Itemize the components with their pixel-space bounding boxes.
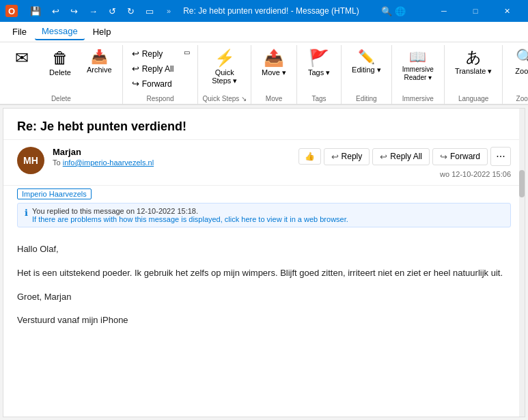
reply-icon: ↩ — [132, 48, 139, 59]
titlebar: O 💾 ↩ ↪ → ↺ ↻ ▭ » Re: Je hebt punten ver… — [0, 0, 528, 22]
quick-steps-button[interactable]: ⚡ QuickSteps ▾ — [206, 46, 243, 89]
more-actions-button[interactable]: ··· — [490, 147, 511, 166]
action-buttons-row: 👍 ↩ Reply ↩ Reply All ↩ Forward — [298, 147, 511, 166]
reply-action-label: Reply — [342, 152, 363, 161]
reply-action-icon: ↩ — [331, 152, 339, 162]
translate-icon: あ — [466, 50, 482, 65]
avatar: MH — [17, 147, 44, 174]
zoom-label: Zoom — [515, 67, 528, 75]
editing-items: ✏️ Editing ▾ — [346, 46, 387, 94]
email-meta: Marjan To info@imperio-haarvezels.nl — [53, 147, 290, 167]
zoom-group-label: Zoom — [507, 94, 528, 104]
avatar-initials: MH — [23, 155, 38, 166]
scrollbar-thumb[interactable] — [519, 170, 525, 197]
ribbon-group-delete: ✉ 🗑 Delete 📥 Archive Delete — [0, 45, 123, 104]
email-icon: ✉ — [15, 50, 29, 66]
reply-all-icon: ↩ — [132, 64, 139, 74]
zoom-items: 🔍 Zoom — [507, 46, 528, 94]
refresh-icon[interactable]: ↻ — [124, 5, 137, 18]
editing-button[interactable]: ✏️ Editing ▾ — [346, 46, 387, 78]
menu-message[interactable]: Message — [35, 23, 85, 40]
ribbon-group-editing: ✏️ Editing ▾ Editing — [342, 45, 392, 104]
body-footer: Verstuurd vanaf mijn iPhone — [17, 313, 511, 328]
quick-access-toolbar: 💾 ↩ ↪ → ↺ ↻ ▭ » — [22, 5, 179, 18]
save-icon[interactable]: 💾 — [27, 5, 44, 18]
forward-action-label: Forward — [450, 152, 480, 161]
immersive-button[interactable]: 📖 ImmersiveReader ▾ — [396, 46, 440, 85]
email-subject: Re: Je hebt punten verdiend! — [3, 109, 525, 140]
more-icon: ▭ — [184, 48, 190, 56]
body-paragraph: Het is een uitstekend poeder. Ik gebruik… — [17, 266, 511, 281]
minimize-button[interactable]: ─ — [428, 0, 460, 22]
tags-items: 🚩 Tags ▾ — [301, 46, 337, 94]
respond-col: ↩ Reply ↩ Reply All ↩ Forward — [127, 46, 179, 91]
respond-more: ▭ — [180, 46, 193, 61]
move-label: Move ▾ — [262, 68, 286, 77]
menu-help[interactable]: Help — [86, 24, 118, 40]
maximize-button[interactable]: □ — [460, 0, 491, 22]
email-panel: Re: Je hebt punten verdiend! MH Marjan T… — [3, 108, 525, 417]
immersive-label: ImmersiveReader ▾ — [402, 66, 434, 82]
tags-label: Tags ▾ — [308, 68, 330, 77]
forward-button[interactable]: ↩ Forward — [127, 76, 179, 91]
reply-all-label: Reply All — [142, 64, 174, 74]
ribbon-group-move: 📤 Move ▾ Move — [251, 45, 297, 104]
editing-icon: ✏️ — [358, 50, 375, 64]
more-label: » — [162, 5, 173, 16]
tags-button[interactable]: 🚩 Tags ▾ — [301, 46, 337, 81]
undo3-icon[interactable]: ↺ — [106, 5, 119, 18]
forward-icon: ↩ — [132, 79, 139, 89]
respond-dropdown-button[interactable]: ▭ — [180, 46, 193, 58]
reply-all-action-icon: ↩ — [380, 152, 387, 162]
ellipsis-icon: ··· — [496, 150, 505, 163]
globe-icon[interactable]: 🌐 — [395, 6, 406, 16]
titlebar-left: O 💾 ↩ ↪ → ↺ ↻ ▭ » Re: Je hebt punten ver… — [5, 5, 359, 18]
reply-action-button[interactable]: ↩ Reply — [324, 148, 370, 165]
editing-group-label: Editing — [346, 94, 387, 104]
columns-icon[interactable]: ▭ — [143, 5, 156, 18]
reply-label: Reply — [142, 49, 163, 59]
zoom-icon: 🔍 — [516, 50, 528, 65]
window-title: Re: Je hebt punten verdiend! - Message (… — [183, 6, 359, 16]
email-header: MH Marjan To info@imperio-haarvezels.nl … — [3, 140, 525, 186]
delete-button[interactable]: 🗑 Delete — [42, 46, 78, 80]
archive-button[interactable]: 📥 Archive — [81, 46, 118, 77]
forward-action-button[interactable]: ↩ Forward — [432, 148, 488, 165]
forward-qs-icon[interactable]: → — [86, 5, 100, 18]
ribbon-group-zoom: 🔍 Zoom Zoom — [503, 45, 528, 104]
reply-all-button[interactable]: ↩ Reply All — [127, 61, 179, 76]
to-label: To — [53, 158, 61, 167]
like-button[interactable]: 👍 — [298, 148, 321, 165]
sender-email[interactable]: info@imperio-haarvezels.nl — [63, 158, 154, 167]
menu-file[interactable]: File — [5, 24, 33, 40]
window-controls: ─ □ ✕ — [428, 0, 523, 22]
language-items: あ Translate ▾ — [449, 46, 499, 94]
quick-steps-group-label: Quick Steps ↘ — [202, 94, 247, 104]
respond-group-items: ↩ Reply ↩ Reply All ↩ Forward ▭ — [127, 46, 194, 94]
close-button[interactable]: ✕ — [491, 0, 523, 22]
delete-group-items: ✉ 🗑 Delete 📥 Archive — [4, 46, 118, 94]
sender-to: To info@imperio-haarvezels.nl — [53, 158, 290, 167]
reply-all-action-label: Reply All — [390, 152, 422, 161]
undo2-icon[interactable]: ↪ — [68, 5, 81, 18]
immersive-group-label: Immersive — [396, 94, 440, 104]
translate-button[interactable]: あ Translate ▾ — [449, 46, 499, 79]
info-bar: ℹ You replied to this message on 12-10-2… — [17, 203, 511, 227]
immersive-items: 📖 ImmersiveReader ▾ — [396, 46, 440, 94]
info-line2[interactable]: If there are problems with how this mess… — [32, 215, 348, 223]
archive-label: Archive — [87, 66, 112, 74]
reply-all-action-button[interactable]: ↩ Reply All — [372, 148, 430, 165]
undo-icon[interactable]: ↩ — [49, 5, 62, 18]
sender-name: Marjan — [53, 147, 290, 157]
respond-email-button[interactable]: ✉ — [4, 46, 40, 72]
lightning-icon: ⚡ — [214, 50, 235, 66]
move-items: 📤 Move ▾ — [255, 46, 292, 94]
search-area: 🔍 🌐 — [381, 6, 406, 16]
search-icon[interactable]: 🔍 — [381, 6, 392, 16]
ribbon-group-respond: ↩ Reply ↩ Reply All ↩ Forward ▭ Respond — [123, 45, 199, 104]
zoom-button[interactable]: 🔍 Zoom — [507, 46, 528, 79]
tag-badge[interactable]: Imperio Haarvezels — [17, 188, 92, 199]
archive-icon: 📥 — [91, 50, 108, 64]
move-button[interactable]: 📤 Move ▾ — [255, 46, 292, 81]
reply-button[interactable]: ↩ Reply — [127, 46, 179, 61]
